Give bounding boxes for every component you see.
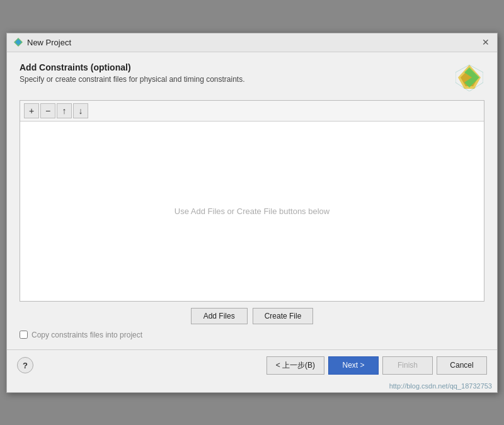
- vivado-logo: [455, 64, 483, 91]
- remove-file-toolbar-button[interactable]: −: [40, 103, 55, 118]
- up-arrow-icon: ↑: [62, 106, 67, 116]
- window-title: New Project: [27, 38, 71, 47]
- page-description: Specify or create constraint files for p…: [20, 75, 245, 84]
- logo-area: [454, 62, 484, 93]
- new-project-dialog: New Project ✕ Add Constraints (optional)…: [6, 33, 498, 393]
- header-section: Add Constraints (optional) Specify or cr…: [20, 62, 484, 93]
- content-area: Add Constraints (optional) Specify or cr…: [7, 52, 497, 349]
- app-icon: [13, 37, 23, 47]
- create-file-button[interactable]: Create File: [253, 308, 314, 324]
- minus-icon: −: [45, 106, 50, 116]
- cancel-button[interactable]: Cancel: [437, 356, 487, 375]
- footer: ? < 上一步(B) Next > Finish Cancel: [7, 349, 497, 381]
- move-up-toolbar-button[interactable]: ↑: [57, 103, 72, 118]
- finish-button[interactable]: Finish: [382, 356, 433, 375]
- add-icon: +: [29, 106, 34, 116]
- copy-constraints-checkbox[interactable]: [20, 331, 28, 339]
- title-bar: New Project ✕: [7, 33, 497, 52]
- checkbox-row: Copy constraints files into project: [20, 331, 484, 339]
- title-bar-left: New Project: [13, 37, 71, 47]
- toolbar: + − ↑ ↓: [20, 101, 484, 122]
- down-arrow-icon: ↓: [79, 106, 83, 116]
- file-table-container: + − ↑ ↓ Use Add Files or Create File but…: [20, 100, 484, 302]
- help-button[interactable]: ?: [17, 357, 33, 373]
- back-button[interactable]: < 上一步(B): [266, 356, 324, 375]
- watermark-text: http://blog.csdn.net/qq_18732753: [389, 382, 492, 390]
- watermark: http://blog.csdn.net/qq_18732753: [7, 381, 497, 392]
- move-down-toolbar-button[interactable]: ↓: [73, 103, 88, 118]
- header-text: Add Constraints (optional) Specify or cr…: [20, 62, 245, 84]
- page-title: Add Constraints (optional): [20, 62, 245, 72]
- copy-constraints-label: Copy constraints files into project: [32, 331, 142, 339]
- close-button[interactable]: ✕: [481, 38, 491, 47]
- add-file-toolbar-button[interactable]: +: [24, 103, 39, 118]
- add-files-button[interactable]: Add Files: [191, 308, 248, 324]
- file-list-area: Use Add Files or Create File buttons bel…: [20, 122, 484, 301]
- add-buttons-row: Add Files Create File: [20, 308, 484, 324]
- empty-hint: Use Add Files or Create File buttons bel…: [175, 207, 329, 216]
- footer-left: ?: [17, 357, 33, 373]
- next-button[interactable]: Next >: [328, 356, 379, 375]
- footer-right: < 上一步(B) Next > Finish Cancel: [266, 356, 487, 375]
